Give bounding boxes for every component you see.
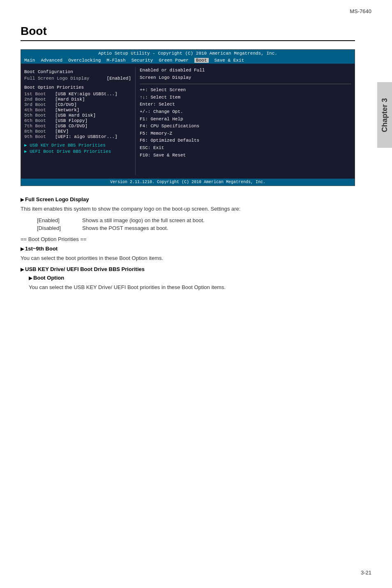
bios-full-screen-value: [Enabled] [107, 76, 131, 81]
boot-option-subheading: Boot Option [29, 275, 355, 281]
bios-boot-5th-value: [USB Hard Disk] [55, 113, 96, 118]
bios-boot-row-7[interactable]: 7th Boot [USB CD/DVD] [24, 124, 131, 129]
chapter-tab: Chapter 3 [377, 82, 392, 148]
bios-boot-4th-value: [Network] [55, 108, 79, 113]
bios-boot-1st-label: 1st Boot [24, 92, 51, 96]
page-title: Boot [21, 25, 355, 41]
option-enabled: [Enabled] Shows a still image (logo) on … [37, 217, 355, 223]
option-enabled-value: Shows a still image (logo) on the full s… [82, 217, 205, 223]
option-disabled: [Disabled] Shows the POST messages at bo… [37, 225, 355, 231]
bios-full-screen-label: Full Screen Logo Display [24, 76, 89, 81]
bios-full-screen-row[interactable]: Full Screen Logo Display [Enabled] [24, 76, 131, 81]
bios-boot-9th-label: 9th Boot [24, 134, 51, 139]
bios-boot-3rd-label: 3rd Boot [24, 102, 51, 107]
bios-titlebar: Aptio Setup Utility - Copyright (C) 2010… [21, 50, 355, 57]
bios-boot-options-list: 1st Boot [USB KEY:aigo USBSt...] 2nd Boo… [24, 92, 131, 139]
main-content: Boot Aptio Setup Utility - Copyright (C)… [21, 25, 355, 292]
bios-menu-saveexit[interactable]: Save & Exit [214, 58, 244, 63]
bios-boot-5th-label: 5th Boot [24, 113, 51, 118]
bios-help-keys: ++: Select Screen ↑↓: Select Item Enter:… [140, 87, 351, 159]
bios-submenu-usb-key[interactable]: USB KEY Drive BBS Priorities [24, 142, 131, 148]
bios-submenu-uefi-boot[interactable]: UEFI Boot Drive BBS Priorities [24, 149, 131, 154]
usb-key-heading: USB KEY Drive/ UEFI Boot Drive BBS Prior… [21, 266, 355, 272]
boot-priorities-divider: == Boot Option Priorities == [21, 236, 355, 242]
bios-menu-overclocking[interactable]: Overclocking [68, 58, 101, 63]
bios-boot-7th-label: 7th Boot [24, 124, 51, 129]
boot-1st-9th-heading: 1st~9th Boot [21, 246, 355, 252]
bios-boot-8th-label: 8th Boot [24, 129, 51, 134]
bios-boot-row-6[interactable]: 6th Boot [USB Floppy] [24, 118, 131, 123]
option-disabled-value: Shows the POST messages at boot. [82, 225, 168, 231]
bios-menubar: Main Advanced Overclocking M-Flash Secur… [21, 57, 355, 64]
full-screen-options: [Enabled] Shows a still image (logo) on … [37, 217, 355, 231]
bios-boot-row-4[interactable]: 4th Boot [Network] [24, 108, 131, 113]
bios-boot-3rd-value: [CD/DVD] [55, 102, 77, 107]
bios-menu-greenpower[interactable]: Green Power [159, 58, 189, 63]
bios-screenshot: Aptio Setup Utility - Copyright (C) 2010… [21, 49, 355, 186]
bios-footer: Version 2.11.1210. Copyright (C) 2010 Am… [21, 179, 355, 186]
bios-boot-7th-value: [USB CD/DVD] [55, 124, 88, 129]
bios-boot-6th-label: 6th Boot [24, 118, 51, 123]
bios-boot-row-9[interactable]: 9th Boot [UEFI: aigo USBStor...] [24, 134, 131, 139]
bios-boot-row-2[interactable]: 2nd Boot [Hard Disk] [24, 97, 131, 102]
bios-boot-2nd-label: 2nd Boot [24, 97, 51, 102]
bios-menu-advanced[interactable]: Advanced [41, 58, 62, 63]
bios-boot-8th-value: [BEV] [55, 129, 69, 134]
bios-boot-row-1[interactable]: 1st Boot [USB KEY:aigo USBSt...] [24, 92, 131, 96]
bios-menu-main[interactable]: Main [24, 58, 35, 63]
bios-help-description: Enabled or disabled FullScreen Logo Disp… [140, 67, 351, 81]
bios-menu-mflash[interactable]: M-Flash [106, 58, 125, 63]
bios-left-panel: Boot Configuration Full Screen Logo Disp… [24, 67, 131, 175]
bios-boot-2nd-value: [Hard Disk] [55, 97, 85, 102]
full-screen-heading: Full Screen Logo Display [21, 196, 355, 202]
bios-boot-1st-value: [USB KEY:aigo USBSt...] [55, 92, 118, 96]
page-number: 3-21 [361, 570, 371, 576]
option-disabled-key: [Disabled] [37, 225, 74, 231]
bios-boot-row-8[interactable]: 8th Boot [BEV] [24, 129, 131, 134]
model-number: MS-7640 [350, 8, 371, 14]
boot-option-desc: You can select the USB KEY Drive/ UEFI B… [29, 283, 355, 292]
bios-section-boot-options: Boot Option Priorities [24, 85, 131, 90]
bios-menu-security[interactable]: Security [131, 58, 153, 63]
bios-help-separator [140, 84, 351, 84]
full-screen-desc: This item enables this system to show th… [21, 205, 355, 213]
boot-1st-9th-desc: You can select the boot priorities in th… [21, 254, 355, 262]
option-enabled-key: [Enabled] [37, 217, 74, 223]
bios-right-panel: Enabled or disabled FullScreen Logo Disp… [135, 67, 351, 175]
bios-menu-boot[interactable]: Boot [194, 58, 208, 63]
bios-section-boot-config: Boot Configuration [24, 69, 131, 74]
bios-boot-4th-label: 4th Boot [24, 108, 51, 113]
bios-boot-row-5[interactable]: 5th Boot [USB Hard Disk] [24, 113, 131, 118]
bios-boot-6th-value: [USB Floppy] [55, 118, 88, 123]
bios-boot-row-3[interactable]: 3rd Boot [CD/DVD] [24, 102, 131, 107]
bios-boot-9th-value: [UEFI: aigo USBStor...] [55, 134, 118, 139]
bios-body: Boot Configuration Full Screen Logo Disp… [21, 64, 355, 179]
